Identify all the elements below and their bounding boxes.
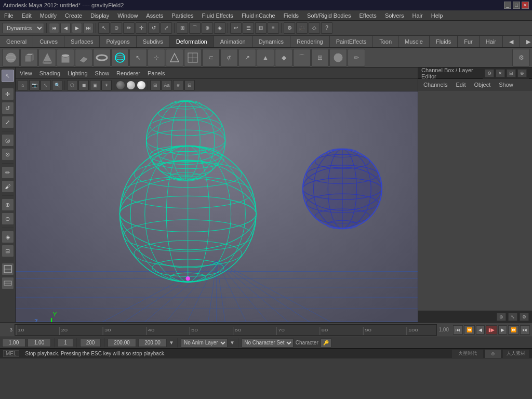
paint-btn[interactable]: 🖌 <box>2 180 14 193</box>
isolate-btn[interactable]: ⊟ <box>2 245 14 257</box>
layer-btn[interactable] <box>2 277 14 289</box>
vp-ball-light[interactable] <box>127 81 135 89</box>
shelf-settings-icon[interactable]: ⚙ <box>512 49 530 66</box>
tab-fur[interactable]: Fur <box>458 35 480 47</box>
hypershade-icon[interactable]: ◇ <box>309 22 320 34</box>
snap-curve-icon[interactable]: ⌒ <box>189 22 201 34</box>
menu-help[interactable]: Help <box>429 12 445 19</box>
vp-menu-shading[interactable]: Shading <box>37 70 62 77</box>
render-view-icon[interactable]: 🎥 <box>296 22 308 34</box>
tab-surfaces[interactable]: Surfaces <box>64 35 100 47</box>
lasso-tool-icon[interactable]: ⊙ <box>111 22 122 34</box>
vp-menu-view[interactable]: View <box>18 70 34 77</box>
3d-scene[interactable]: X Y Z pexso <box>16 91 418 322</box>
pb-play-btn[interactable]: ▮▶ <box>486 325 497 335</box>
shelf-cube-icon[interactable] <box>20 49 38 66</box>
rp-axis-btn[interactable]: ⊕ <box>517 69 527 77</box>
tab-rendering[interactable]: Rendering <box>290 35 330 47</box>
snap-layer-btn[interactable] <box>2 263 14 275</box>
vp-fit-icon[interactable]: ⤡ <box>41 80 51 90</box>
vp-textured-icon[interactable]: ▣ <box>90 80 100 90</box>
shelf-nurbs-sphere-icon[interactable] <box>111 49 129 66</box>
shelf-plane-icon[interactable] <box>75 49 92 66</box>
timeline-ruler[interactable]: 10 20 30 40 50 60 70 80 90 100 <box>15 324 437 336</box>
move-btn[interactable]: ✛ <box>2 88 14 100</box>
vp-grid-icon[interactable]: # <box>173 80 183 90</box>
play-start-btn[interactable]: ⏮ <box>49 23 59 33</box>
menu-file[interactable]: File <box>2 12 16 19</box>
tab-scroll-right[interactable]: ▶ <box>520 35 532 47</box>
tab-deformation[interactable]: Deformation <box>170 35 214 47</box>
tab-curves[interactable]: Curves <box>33 35 64 47</box>
current-frame-input[interactable] <box>58 339 73 347</box>
scale-btn[interactable]: ⤢ <box>2 116 14 128</box>
vp-menu-renderer[interactable]: Renderer <box>114 70 142 77</box>
scale-tool-icon[interactable]: ⤢ <box>161 22 172 34</box>
tab-general[interactable]: General <box>0 35 33 47</box>
char-key-btn[interactable]: 🔑 <box>321 338 331 348</box>
help-icon[interactable]: ? <box>321 22 332 34</box>
menu-fields[interactable]: Fields <box>282 12 301 19</box>
menu-fluid-effects[interactable]: Fluid Effects <box>200 12 235 19</box>
vp-ball-dark[interactable] <box>116 81 125 89</box>
shelf-poly-select-icon[interactable] <box>166 49 183 66</box>
shelf-extract-icon[interactable]: ↗ <box>238 49 256 66</box>
ch-tab-object[interactable]: Object <box>472 81 493 89</box>
shelf-cylinder-icon[interactable] <box>57 49 74 66</box>
shelf-separate-icon[interactable]: ⊄ <box>220 49 238 66</box>
shelf-extrude-icon[interactable]: ▲ <box>257 49 274 66</box>
snap-point-icon[interactable]: ⊕ <box>202 22 213 34</box>
shelf-bridge-icon[interactable]: ⌒ <box>293 49 311 66</box>
tab-dynamics[interactable]: Dynamics <box>252 35 290 47</box>
tab-subdivs[interactable]: Subdivs <box>137 35 170 47</box>
minimize-button[interactable]: _ <box>504 2 511 9</box>
tab-toon[interactable]: Toon <box>373 35 398 47</box>
anim-layer-select[interactable]: No Anim Layer <box>181 338 228 348</box>
pb-step-fwd-btn[interactable]: ▶ <box>498 325 507 335</box>
menu-fluid-ncache[interactable]: Fluid nCache <box>240 12 277 19</box>
menu-solvers[interactable]: Solvers <box>383 12 406 19</box>
shelf-torus-icon[interactable] <box>93 49 111 66</box>
tab-fluids[interactable]: Fluids <box>430 35 458 47</box>
rp-dock-btn[interactable]: ⊟ <box>507 69 516 77</box>
character-set-select[interactable]: No Character Set <box>242 338 294 348</box>
tab-scroll-left[interactable]: ◀ <box>503 35 520 47</box>
tab-painteffects[interactable]: PaintEffects <box>330 35 374 47</box>
vp-menu-show[interactable]: Show <box>93 70 112 77</box>
close-button[interactable]: ✕ <box>522 2 529 9</box>
vp-ball-bright[interactable] <box>137 81 145 89</box>
frame-end-input[interactable] <box>28 339 51 347</box>
menu-particles[interactable]: Particles <box>169 12 195 19</box>
rp-nav-icon[interactable]: ⊕ <box>497 313 506 321</box>
xray-btn[interactable]: ◈ <box>2 231 14 243</box>
maximize-button[interactable]: □ <box>513 2 520 9</box>
pb-start-btn[interactable]: ⏮ <box>453 325 463 335</box>
shelf-arrow-icon[interactable]: ↖ <box>129 49 147 66</box>
show-manip-btn[interactable]: ⊕ <box>2 198 14 211</box>
paint-tool-icon[interactable]: ✏ <box>123 22 135 34</box>
vp-lighting-icon[interactable]: ☀ <box>101 80 112 90</box>
move-tool-icon[interactable]: ✛ <box>136 22 147 34</box>
shelf-sphere-icon[interactable] <box>2 49 20 66</box>
shelf-bevel-icon[interactable]: ◆ <box>275 49 292 66</box>
tab-polygons[interactable]: Polygons <box>100 35 136 47</box>
pb-step-back-btn[interactable]: ◀ <box>476 325 485 335</box>
history-icon[interactable]: ↩ <box>230 22 242 34</box>
sculpt-btn[interactable]: ✏ <box>2 166 14 179</box>
snap-surface-icon[interactable]: ◈ <box>214 22 225 34</box>
rotate-btn[interactable]: ↺ <box>2 102 14 114</box>
tab-hair[interactable]: Hair <box>480 35 503 47</box>
vp-aa-icon[interactable]: Aa <box>162 80 172 90</box>
menu-display[interactable]: Display <box>88 12 111 19</box>
tab-animation[interactable]: Animation <box>214 35 252 47</box>
vp-home-icon[interactable]: ⌂ <box>18 80 28 90</box>
vp-resolution-icon[interactable]: ⊞ <box>150 80 161 90</box>
attr-editor-icon[interactable]: ⊟ <box>255 22 267 34</box>
pb-next-btn[interactable]: ⏩ <box>508 325 519 335</box>
step-back-btn[interactable]: ◀ <box>60 23 71 33</box>
time-start-input[interactable] <box>108 339 136 347</box>
vp-smooth-icon[interactable]: ◼ <box>78 80 89 90</box>
pb-prev-btn[interactable]: ⏪ <box>464 325 475 335</box>
play-btn[interactable]: ▶ <box>72 23 82 33</box>
rotate-tool-icon[interactable]: ↺ <box>148 22 159 34</box>
